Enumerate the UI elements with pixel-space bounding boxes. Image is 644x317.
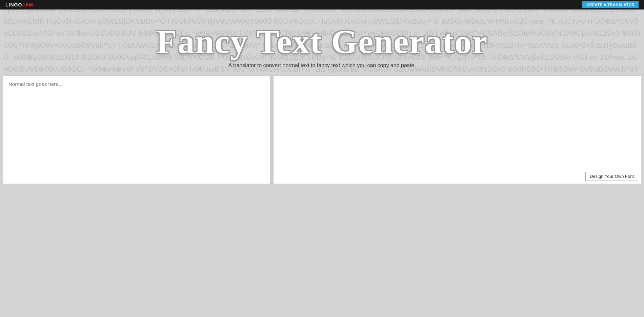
navbar: LINGOJAM CREATE A TRANSLATOR — [0, 0, 644, 10]
create-translator-button[interactable]: CREATE A TRANSLATOR — [582, 1, 639, 8]
logo-jam: JAM — [22, 2, 33, 7]
right-panel-footer: Design Your Own Font — [585, 172, 638, 181]
input-textarea[interactable] — [3, 76, 270, 184]
page-title: Fancy Text Generator — [7, 23, 637, 60]
hero-subtitle: A translator to convert normal text to f… — [7, 62, 637, 69]
panels-container: Design Your Own Font — [0, 75, 644, 184]
logo: LINGOJAM — [5, 2, 33, 7]
divider — [270, 75, 273, 184]
output-panel: Design Your Own Font — [273, 75, 641, 184]
input-panel — [3, 75, 270, 184]
hero-section: Fancy Text Generator A translator to con… — [0, 10, 644, 75]
design-font-button[interactable]: Design Your Own Font — [585, 172, 638, 181]
output-text — [274, 76, 641, 170]
logo-lingo: LINGO — [5, 2, 22, 7]
